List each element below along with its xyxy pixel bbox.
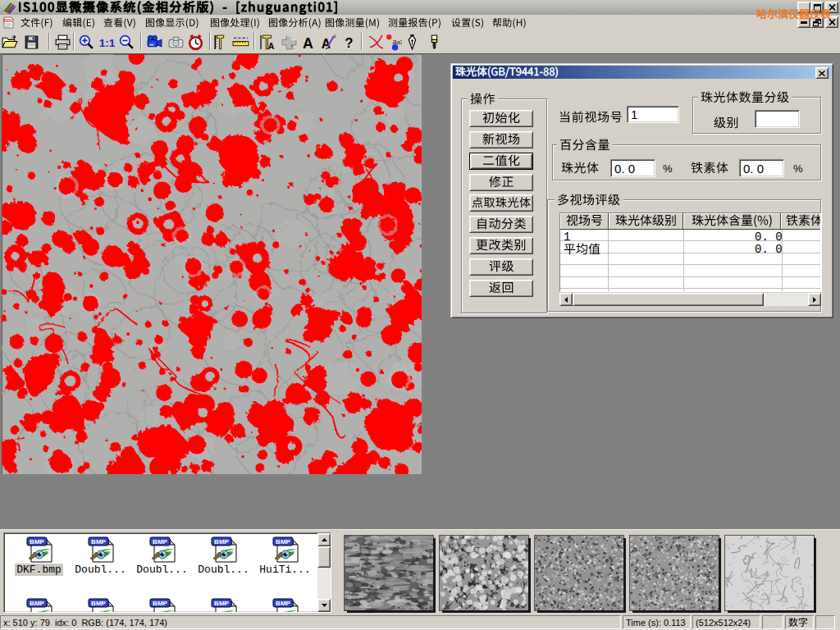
svg-text:?: ?	[345, 34, 353, 50]
svg-text:DOC: DOC	[3, 18, 13, 23]
svg-text:BMP: BMP	[276, 538, 290, 546]
svg-text:BMP: BMP	[153, 538, 167, 546]
svg-text:BMP: BMP	[214, 600, 229, 607]
svg-text:aa3: aa3	[392, 36, 402, 45]
svg-text:BMP: BMP	[214, 538, 229, 546]
svg-text:BMP: BMP	[91, 600, 106, 607]
svg-text:BMP: BMP	[30, 538, 44, 546]
svg-text:A: A	[267, 40, 274, 50]
svg-text:1:1: 1:1	[98, 36, 115, 48]
svg-text:BMP: BMP	[30, 600, 44, 607]
svg-text:BMP: BMP	[276, 600, 290, 607]
svg-text:BMP: BMP	[153, 600, 167, 607]
svg-text:A: A	[303, 34, 313, 50]
svg-text:BMP: BMP	[91, 538, 106, 546]
